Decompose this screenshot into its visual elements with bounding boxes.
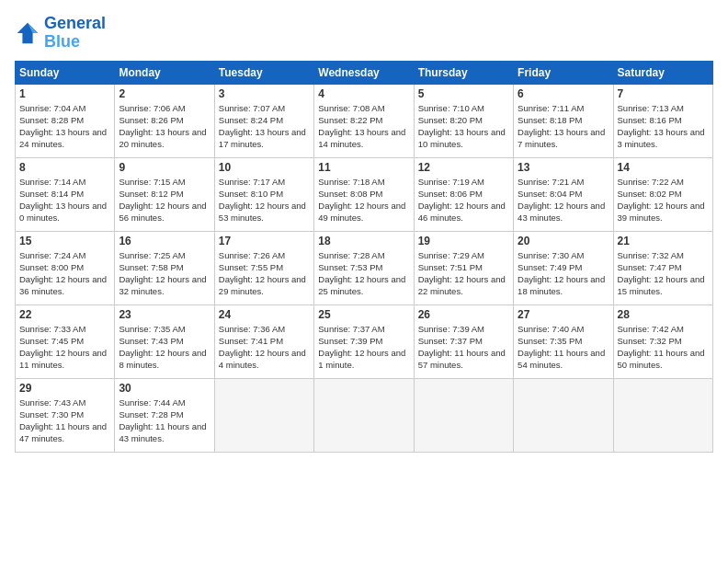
day-info: Sunrise: 7:15 AM Sunset: 8:12 PM Dayligh… (119, 176, 210, 224)
day-info: Sunrise: 7:24 AM Sunset: 8:00 PM Dayligh… (19, 249, 110, 298)
calendar-cell (314, 378, 414, 452)
daylight-label: Daylight: 12 hours and 56 minutes. (119, 201, 206, 223)
daylight-label: Daylight: 12 hours and 39 minutes. (618, 201, 705, 223)
sunset-label: Sunset: 7:39 PM (318, 336, 382, 346)
sunrise-label: Sunrise: 7:36 AM (219, 324, 285, 334)
day-number: 30 (119, 382, 210, 395)
day-info: Sunrise: 7:37 AM Sunset: 7:39 PM Dayligh… (318, 323, 409, 372)
day-number: 10 (219, 161, 310, 174)
day-info: Sunrise: 7:44 AM Sunset: 7:28 PM Dayligh… (119, 396, 210, 445)
daylight-label: Daylight: 11 hours and 50 minutes. (618, 348, 705, 370)
sunrise-label: Sunrise: 7:15 AM (119, 177, 185, 187)
sunrise-label: Sunrise: 7:30 AM (518, 250, 584, 260)
calendar-cell: 14 Sunrise: 7:22 AM Sunset: 8:02 PM Dayl… (613, 157, 712, 231)
calendar-cell: 8 Sunrise: 7:14 AM Sunset: 8:14 PM Dayli… (16, 157, 115, 231)
daylight-label: Daylight: 12 hours and 18 minutes. (518, 274, 605, 296)
sunset-label: Sunset: 7:35 PM (518, 336, 582, 346)
calendar-cell: 12 Sunrise: 7:19 AM Sunset: 8:06 PM Dayl… (414, 157, 513, 231)
sunrise-label: Sunrise: 7:04 AM (19, 103, 85, 113)
daylight-label: Daylight: 13 hours and 0 minutes. (19, 201, 107, 223)
day-info: Sunrise: 7:33 AM Sunset: 7:45 PM Dayligh… (19, 323, 110, 372)
logo-text: GeneralBlue (44, 15, 106, 52)
calendar-table: SundayMondayTuesdayWednesdayThursdayFrid… (15, 61, 713, 453)
sunset-label: Sunset: 7:30 PM (19, 409, 84, 419)
day-number: 19 (418, 235, 509, 247)
daylight-label: Daylight: 13 hours and 7 minutes. (518, 127, 605, 149)
calendar-cell (214, 378, 313, 452)
day-number: 14 (618, 161, 709, 174)
calendar-cell: 25 Sunrise: 7:37 AM Sunset: 7:39 PM Dayl… (314, 304, 414, 378)
calendar-cell: 3 Sunrise: 7:07 AM Sunset: 8:24 PM Dayli… (214, 84, 313, 157)
day-info: Sunrise: 7:40 AM Sunset: 7:35 PM Dayligh… (518, 323, 609, 372)
day-number: 17 (219, 235, 310, 247)
day-number: 11 (318, 161, 409, 174)
sunset-label: Sunset: 7:37 PM (418, 336, 483, 346)
sunrise-label: Sunrise: 7:13 AM (618, 103, 684, 113)
sunrise-label: Sunrise: 7:11 AM (518, 103, 584, 113)
daylight-label: Daylight: 12 hours and 22 minutes. (418, 274, 506, 296)
sunset-label: Sunset: 8:02 PM (618, 189, 682, 199)
sunset-label: Sunset: 8:14 PM (19, 189, 84, 199)
daylight-label: Daylight: 12 hours and 1 minute. (318, 348, 405, 370)
sunrise-label: Sunrise: 7:28 AM (318, 250, 384, 260)
sunrise-label: Sunrise: 7:39 AM (418, 324, 484, 334)
sunrise-label: Sunrise: 7:42 AM (618, 324, 684, 334)
daylight-label: Daylight: 13 hours and 14 minutes. (318, 127, 405, 149)
daylight-label: Daylight: 12 hours and 49 minutes. (318, 201, 405, 223)
day-info: Sunrise: 7:08 AM Sunset: 8:22 PM Dayligh… (318, 102, 409, 151)
day-of-week-header: Monday (115, 61, 214, 84)
sunrise-label: Sunrise: 7:43 AM (19, 397, 85, 408)
sunrise-label: Sunrise: 7:40 AM (518, 324, 584, 334)
sunrise-label: Sunrise: 7:19 AM (418, 177, 484, 187)
day-of-week-header: Sunday (16, 61, 115, 84)
day-info: Sunrise: 7:42 AM Sunset: 7:32 PM Dayligh… (618, 323, 709, 372)
day-number: 28 (618, 308, 709, 321)
sunrise-label: Sunrise: 7:25 AM (119, 250, 185, 260)
calendar-cell: 16 Sunrise: 7:25 AM Sunset: 7:58 PM Dayl… (115, 231, 214, 304)
sunset-label: Sunset: 7:49 PM (518, 262, 582, 272)
calendar-cell: 18 Sunrise: 7:28 AM Sunset: 7:53 PM Dayl… (314, 231, 414, 304)
day-number: 6 (518, 87, 609, 100)
daylight-label: Daylight: 13 hours and 3 minutes. (618, 127, 705, 149)
calendar-cell: 6 Sunrise: 7:11 AM Sunset: 8:18 PM Dayli… (514, 84, 613, 157)
day-info: Sunrise: 7:04 AM Sunset: 8:28 PM Dayligh… (19, 102, 110, 151)
day-info: Sunrise: 7:28 AM Sunset: 7:53 PM Dayligh… (318, 249, 409, 298)
daylight-label: Daylight: 13 hours and 20 minutes. (119, 127, 206, 149)
day-number: 21 (618, 235, 709, 247)
calendar-cell: 20 Sunrise: 7:30 AM Sunset: 7:49 PM Dayl… (514, 231, 613, 304)
sunset-label: Sunset: 8:08 PM (318, 189, 382, 199)
calendar-cell: 23 Sunrise: 7:35 AM Sunset: 7:43 PM Dayl… (115, 304, 214, 378)
daylight-label: Daylight: 12 hours and 8 minutes. (119, 348, 206, 370)
sunset-label: Sunset: 7:28 PM (119, 409, 183, 419)
day-number: 25 (318, 308, 409, 321)
day-number: 4 (318, 87, 409, 100)
calendar-cell: 7 Sunrise: 7:13 AM Sunset: 8:16 PM Dayli… (613, 84, 712, 157)
sunrise-label: Sunrise: 7:08 AM (318, 103, 384, 113)
daylight-label: Daylight: 13 hours and 24 minutes. (19, 127, 107, 149)
calendar-week-row: 8 Sunrise: 7:14 AM Sunset: 8:14 PM Dayli… (16, 157, 713, 231)
day-number: 20 (518, 235, 609, 247)
day-number: 1 (19, 87, 110, 100)
sunrise-label: Sunrise: 7:17 AM (219, 177, 285, 187)
day-info: Sunrise: 7:07 AM Sunset: 8:24 PM Dayligh… (219, 102, 310, 151)
sunrise-label: Sunrise: 7:21 AM (518, 177, 584, 187)
calendar-cell (514, 378, 613, 452)
page-header: GeneralBlue (15, 15, 713, 52)
day-of-week-header: Wednesday (314, 61, 414, 84)
day-number: 29 (19, 382, 110, 395)
sunset-label: Sunset: 8:28 PM (19, 115, 84, 125)
calendar-cell: 27 Sunrise: 7:40 AM Sunset: 7:35 PM Dayl… (514, 304, 613, 378)
logo-icon (15, 20, 40, 46)
daylight-label: Daylight: 12 hours and 15 minutes. (618, 274, 705, 296)
daylight-label: Daylight: 11 hours and 47 minutes. (19, 421, 107, 443)
daylight-label: Daylight: 12 hours and 53 minutes. (219, 201, 306, 223)
day-number: 7 (618, 87, 709, 100)
calendar-cell: 2 Sunrise: 7:06 AM Sunset: 8:26 PM Dayli… (115, 84, 214, 157)
calendar-cell: 1 Sunrise: 7:04 AM Sunset: 8:28 PM Dayli… (16, 84, 115, 157)
day-info: Sunrise: 7:21 AM Sunset: 8:04 PM Dayligh… (518, 176, 609, 224)
day-info: Sunrise: 7:22 AM Sunset: 8:02 PM Dayligh… (618, 176, 709, 224)
day-number: 3 (219, 87, 310, 100)
day-number: 18 (318, 235, 409, 247)
sunset-label: Sunset: 8:06 PM (418, 189, 483, 199)
day-info: Sunrise: 7:32 AM Sunset: 7:47 PM Dayligh… (618, 249, 709, 298)
